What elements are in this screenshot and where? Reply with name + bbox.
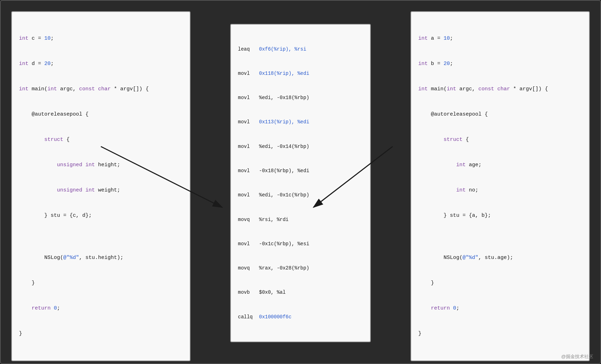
right-line-4: @autoreleasepool {: [418, 110, 582, 119]
asm-line-10: movq%rax, -0x28(%rbp): [238, 264, 363, 272]
asm-line-8: movq%rsi, %rdi: [238, 216, 363, 224]
watermark: @掘金技术社区: [561, 353, 593, 360]
left-line-12: return 0;: [19, 304, 183, 313]
right-line-12: return 0;: [418, 304, 582, 313]
main-container: int c = 10; int d = 20; int main(int arg…: [0, 0, 601, 364]
right-code-box: int a = 10; int b = 20; int main(int arg…: [411, 11, 590, 361]
asm-line-7: movl%edi, -0x1c(%rbp): [238, 191, 363, 199]
left-line-5: struct {: [19, 136, 183, 144]
left-line-11: }: [19, 279, 183, 287]
right-line-8: } stu = {a, b};: [418, 212, 582, 220]
asm-line-3: movl%edi, -0x18(%rbp): [238, 94, 363, 102]
right-line-11: }: [418, 279, 582, 287]
left-line-6: unsigned int height;: [19, 161, 183, 169]
left-line-3: int main(int argc, const char * argv[]) …: [19, 85, 183, 93]
left-line-10: NSLog(@"%d", stu.height);: [19, 254, 183, 262]
asm-line-4: movl0x113(%rip), %edi: [238, 118, 363, 126]
asm-line-2: movl0x118(%rip), %edi: [238, 70, 363, 78]
asm-line-1: leaq0xf6(%rip), %rsi: [238, 45, 363, 53]
left-code-box: int c = 10; int d = 20; int main(int arg…: [11, 11, 190, 361]
asm-code-box: leaq0xf6(%rip), %rsi movl0x118(%rip), %e…: [230, 24, 371, 342]
right-line-3: int main(int argc, const char * argv[]) …: [418, 85, 582, 93]
right-line-10: NSLog(@"%d", stu.age);: [418, 254, 582, 262]
asm-line-12: callq0x100000f6c: [238, 313, 363, 321]
right-line-6: int age;: [418, 161, 582, 169]
right-line-5: struct {: [418, 136, 582, 144]
left-line-4: @autoreleasepool {: [19, 110, 183, 119]
right-line-2: int b = 20;: [418, 60, 582, 68]
left-line-2: int d = 20;: [19, 60, 183, 68]
asm-line-5: movl%edi, -0x14(%rbp): [238, 143, 363, 151]
right-line-1: int a = 10;: [418, 34, 582, 43]
asm-line-9: movl-0x1c(%rbp), %esi: [238, 240, 363, 248]
right-line-13: }: [418, 330, 582, 338]
asm-line-6: movl-0x18(%rbp), %edi: [238, 167, 363, 175]
left-line-1: int c = 10;: [19, 34, 183, 43]
left-line-7: unsigned int weight;: [19, 186, 183, 195]
left-line-13: }: [19, 330, 183, 338]
asm-line-11: movb$0x0, %al: [238, 288, 363, 297]
right-line-7: int no;: [418, 186, 582, 195]
left-line-8: } stu = {c, d};: [19, 212, 183, 220]
